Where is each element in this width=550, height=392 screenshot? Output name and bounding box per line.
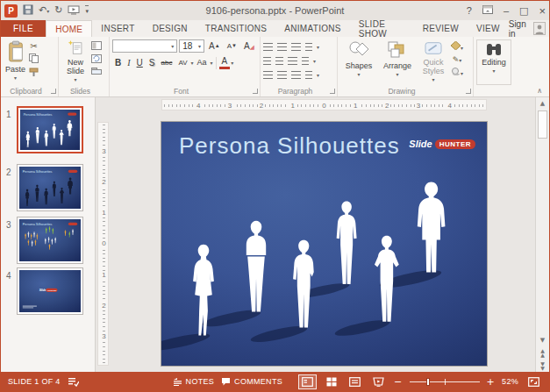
slide-canvas[interactable]: Persona Silhouettes Slide HUNTER <box>161 122 487 366</box>
bold-button[interactable]: B <box>112 56 124 69</box>
shape-fill-icon[interactable]: ▾ <box>451 41 463 53</box>
scroll-up-icon[interactable]: ▲ <box>537 98 548 109</box>
notes-button[interactable]: NOTES <box>173 377 215 386</box>
zoom-level[interactable]: 52% <box>502 377 518 386</box>
quick-styles-button[interactable]: Quick Styles▾ <box>418 39 449 85</box>
svg-text:Slide: Slide <box>39 289 46 292</box>
spell-check-icon[interactable] <box>68 377 79 387</box>
scrollbar-thumb[interactable] <box>538 110 547 139</box>
align-left-icon[interactable] <box>263 71 273 79</box>
ribbon-display-options-icon[interactable] <box>482 5 493 16</box>
collapse-ribbon-icon[interactable]: ∧ <box>537 87 542 95</box>
increase-indent-icon[interactable] <box>275 57 283 65</box>
decrease-font-size-icon[interactable]: A▼ <box>225 39 239 53</box>
powerpoint-window: P ↶▾ ↻ ▾ 9106-persona.pptx - PowerPoint … <box>0 0 550 392</box>
align-text-icon[interactable] <box>302 57 309 65</box>
tab-file[interactable]: FILE <box>1 20 46 37</box>
tab-animations[interactable]: ANIMATIONS <box>275 20 349 37</box>
text-shadow-button[interactable]: S <box>146 56 158 69</box>
italic-button[interactable]: I <box>125 56 132 69</box>
format-painter-icon[interactable] <box>29 68 39 79</box>
new-slide-button[interactable]: New Slide▾ <box>61 39 89 85</box>
align-center-icon[interactable] <box>277 71 287 79</box>
scroll-down-icon[interactable]: ▼ <box>537 335 548 346</box>
zoom-slider[interactable] <box>410 377 480 387</box>
shape-outline-icon[interactable]: ✎▾ <box>451 55 463 65</box>
shape-effects-icon[interactable]: ▾ <box>451 68 463 78</box>
minimize-button[interactable]: – <box>504 5 509 16</box>
vertical-ruler: 32 10 12 3 <box>97 122 109 366</box>
close-button[interactable]: × <box>539 4 546 18</box>
drawing-dialog-launcher[interactable] <box>466 89 471 94</box>
character-spacing-button[interactable]: AV <box>175 56 189 69</box>
maximize-button[interactable]: □ <box>519 5 528 17</box>
section-icon[interactable] <box>91 68 102 78</box>
font-size-combobox[interactable]: 18▾ <box>179 39 204 53</box>
slide-layout-icon[interactable] <box>91 41 102 52</box>
tab-view[interactable]: VIEW <box>468 20 509 37</box>
tab-review[interactable]: REVIEW <box>414 20 468 37</box>
tab-slide-show[interactable]: SLIDE SHOW <box>350 20 414 37</box>
powerpoint-icon[interactable]: P <box>4 4 18 18</box>
paste-button[interactable]: Paste▾ <box>4 39 27 85</box>
increase-font-size-icon[interactable]: A▲ <box>206 39 223 53</box>
tab-insert[interactable]: INSERT <box>92 20 143 37</box>
clear-formatting-icon[interactable]: A◢ <box>241 39 257 53</box>
line-spacing-icon[interactable] <box>291 43 301 51</box>
align-right-icon[interactable] <box>291 71 301 79</box>
font-dialog-launcher[interactable] <box>253 89 258 94</box>
user-avatar-icon[interactable] <box>533 22 546 35</box>
comments-button[interactable]: COMMENTS <box>221 377 282 386</box>
help-icon[interactable]: ? <box>467 5 472 16</box>
man-arms-crossed <box>246 221 266 312</box>
columns-icon[interactable] <box>288 57 297 65</box>
vertical-scrollbar[interactable]: ▲ ▼ ▲▲ ▼▼ <box>535 97 549 372</box>
convert-smartart-icon[interactable] <box>305 71 312 79</box>
zoom-out-button[interactable]: − <box>394 376 403 388</box>
numbering-icon[interactable] <box>277 43 287 51</box>
slide-show-button[interactable] <box>370 375 387 388</box>
font-name-combobox[interactable]: ▾ <box>112 39 177 53</box>
slide-thumbnail-2[interactable]: Persona Silhouettes <box>17 164 83 211</box>
underline-button[interactable]: U <box>134 56 146 69</box>
sign-in-link[interactable]: Sign in <box>509 19 529 39</box>
undo-icon[interactable]: ↶▾ <box>39 5 49 17</box>
zoom-slider-handle[interactable] <box>426 378 430 386</box>
next-slide-icon[interactable]: ▼▼ <box>537 360 548 371</box>
thumbnail-number: 4 <box>6 271 11 281</box>
tab-design[interactable]: DESIGN <box>144 20 196 37</box>
editing-button[interactable]: Editing▾ <box>476 39 511 85</box>
tab-transitions[interactable]: TRANSITIONS <box>196 20 276 37</box>
previous-slide-icon[interactable]: ▲▲ <box>537 347 548 358</box>
normal-view-button[interactable] <box>298 374 317 389</box>
shapes-button[interactable]: Shapes▾ <box>340 39 377 85</box>
copy-icon[interactable] <box>29 53 39 65</box>
clipboard-dialog-launcher[interactable] <box>51 89 56 94</box>
text-direction-icon[interactable] <box>305 43 312 51</box>
fit-slide-to-window-icon[interactable] <box>525 375 542 388</box>
font-color-button[interactable]: A <box>219 56 231 69</box>
strikethrough-button[interactable]: abc <box>158 56 175 69</box>
slide-sorter-view-button[interactable] <box>324 375 339 388</box>
silhouette-graphic[interactable] <box>161 122 487 366</box>
decrease-indent-icon[interactable] <box>263 57 271 65</box>
start-from-beginning-icon[interactable] <box>68 5 80 17</box>
slide-thumbnail-1[interactable]: Persona Silhouettes <box>17 106 83 153</box>
slide-thumbnail-3[interactable]: Persona Silhouettes <box>17 217 83 264</box>
reset-slide-icon[interactable] <box>91 54 102 65</box>
redo-icon[interactable]: ↻ <box>54 5 62 16</box>
zoom-in-button[interactable]: + <box>487 376 496 388</box>
paragraph-dialog-launcher[interactable] <box>330 89 335 94</box>
change-case-button[interactable]: Aa <box>194 56 209 69</box>
svg-text:Persona Silhouettes: Persona Silhouettes <box>23 223 53 226</box>
arrange-button[interactable]: Arrange▾ <box>379 39 416 85</box>
reading-view-button[interactable] <box>346 375 363 388</box>
tab-home[interactable]: HOME <box>46 20 92 37</box>
paragraph-group-label: Paragraph <box>261 87 330 96</box>
cut-icon[interactable]: ✂ <box>29 41 39 51</box>
save-icon[interactable] <box>23 4 33 17</box>
bullets-icon[interactable] <box>263 43 273 51</box>
slide-thumbnail-4[interactable]: Slide HUNTER <box>17 267 83 315</box>
font-group: ▾ 18▾ A▲ A▼ A◢ B I U S abc AV▾ Aa▾ A▾ Fo… <box>110 37 261 96</box>
customize-qat-icon[interactable]: ▾ <box>85 5 89 17</box>
